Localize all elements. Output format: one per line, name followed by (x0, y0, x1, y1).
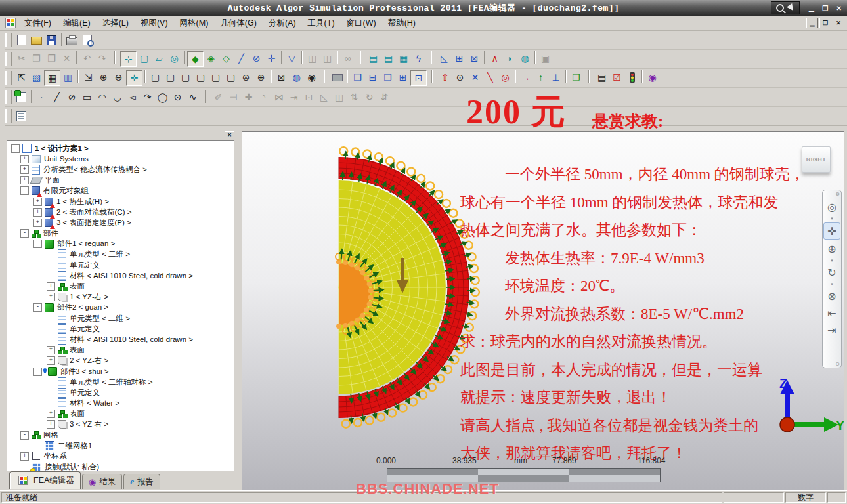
toolbar-button[interactable] (588, 70, 590, 83)
pan-hand-icon[interactable]: ✛ (823, 222, 840, 240)
tree-expander[interactable]: + (20, 176, 29, 184)
rotate-entities-icon[interactable]: ↻ (362, 90, 377, 104)
render-shaded-icon[interactable]: ❐ (380, 70, 395, 85)
tree-part2-yz-right[interactable]: + 2 < YZ-右 > (9, 356, 234, 366)
chain-select-icon[interactable]: ∞ (340, 51, 355, 66)
zoom-extents-icon[interactable]: ⇲ (81, 70, 96, 85)
cut-icon[interactable]: ✂ (14, 51, 29, 66)
tree-part1-material[interactable]: 材料 < AISI 1010 Steel, cold drawn > (9, 270, 234, 281)
menu-file[interactable]: 文件(F) (18, 16, 57, 30)
panel-close-icon[interactable]: ✕ (225, 131, 234, 140)
draw-arc-icon[interactable]: ◠ (95, 90, 110, 104)
toolbar-button[interactable] (515, 70, 516, 83)
view-front-icon[interactable]: ▢ (148, 70, 163, 85)
minimize-button[interactable]: ▁ (806, 3, 817, 13)
nav-caret-icon[interactable]: ▾ (824, 216, 840, 221)
materials-library-icon[interactable]: ◉ (645, 70, 660, 85)
select-line-icon[interactable]: ╱ (234, 51, 249, 66)
tree-expander[interactable]: - (33, 240, 42, 248)
doc-minimize-button[interactable]: ▁ (806, 18, 818, 28)
tree-part3-material[interactable]: 材料 < Water > (9, 398, 234, 409)
tree-expander[interactable]: + (33, 208, 42, 217)
tree-expander[interactable]: + (47, 356, 55, 365)
normal-up-icon[interactable]: ⇧ (437, 70, 452, 85)
menu-select[interactable]: 选择(L) (97, 16, 135, 30)
selection-filter-icon[interactable]: ▽ (284, 51, 299, 66)
tree-expander[interactable]: + (33, 219, 42, 227)
redo-icon[interactable]: ↷ (95, 51, 110, 66)
tree-part2-element-type[interactable]: 单元类型 < 二维 > (9, 313, 234, 324)
tree-expander[interactable]: + (47, 293, 55, 301)
menu-geometry[interactable]: 几何体(G) (214, 16, 263, 30)
sphere-mesh-icon[interactable]: ◍ (517, 51, 532, 66)
toolbar-button[interactable] (205, 90, 206, 103)
tree-contact[interactable]: 接触(默认: 粘合) (9, 462, 234, 471)
target-icon[interactable]: ◎ (498, 70, 513, 85)
draw-point-icon[interactable]: ∙ (34, 90, 49, 104)
tree-expander[interactable]: + (47, 410, 55, 418)
toolbar-grip[interactable] (5, 52, 12, 66)
trim-icon[interactable]: ╲ (483, 70, 498, 85)
tree-expander[interactable]: + (20, 452, 29, 461)
toolbar-button[interactable] (281, 51, 282, 64)
draw-link-icon[interactable]: ⊘ (64, 90, 79, 104)
doc-export-icon[interactable]: ▤ (381, 51, 396, 66)
select-surface-icon[interactable]: ◈ (204, 51, 219, 66)
intersect-icon[interactable]: ⋈ (271, 90, 286, 104)
tree-fea-object-group[interactable]: - 有限元对象组 (9, 186, 234, 196)
scale-entities-icon[interactable]: ⇵ (377, 90, 392, 104)
tree-coordinate-systems[interactable]: + 坐标系 (9, 451, 234, 461)
tree-part2-element-def[interactable]: 单元定义 (9, 324, 234, 334)
tree-plane[interactable]: + 平面 (9, 175, 234, 186)
fit-window-icon[interactable]: ⊠ (274, 70, 289, 85)
copy-mesh-icon[interactable]: ❐ (569, 70, 584, 85)
select-point-icon[interactable]: ⊹ (120, 51, 137, 67)
draw-ellipse-icon[interactable]: ⊙ (170, 90, 185, 104)
tree-design-scenario-1[interactable]: - 1 < 设计方案1 > (9, 143, 234, 154)
perpendicular-icon[interactable]: ⊥ (548, 70, 563, 85)
tree-part1-element-type[interactable]: 单元类型 < 二维 > (9, 249, 234, 260)
grid-toggle-icon[interactable]: ▦ (44, 70, 60, 86)
toolbar-button[interactable] (324, 70, 325, 83)
toolbar-button[interactable] (31, 90, 32, 103)
render-grid-icon[interactable]: ⊞ (395, 70, 410, 85)
draw-rect-icon[interactable]: ▭ (79, 90, 95, 104)
menu-analysis[interactable]: 分析(A) (263, 16, 302, 30)
menu-tools[interactable]: 工具(T) (302, 16, 341, 30)
navbar-close-icon[interactable]: ⊗ (835, 191, 840, 197)
draw-arc3pt-icon[interactable]: ◡ (110, 90, 125, 104)
toolbar-button[interactable] (271, 70, 272, 83)
select-polygon-icon[interactable]: ▱ (152, 51, 167, 66)
next-view-icon[interactable]: ⇥ (824, 322, 840, 338)
toolbar-button[interactable] (144, 70, 146, 83)
menu-mesh[interactable]: 网格(M) (174, 16, 215, 30)
render-mesh-icon[interactable]: ⊟ (365, 70, 380, 85)
shading-icon[interactable]: ▥ (60, 70, 76, 85)
pan-icon[interactable]: ✛ (126, 70, 142, 86)
nav-caret3-icon[interactable]: ▾ (824, 282, 840, 287)
title-bar[interactable]: Autodesk Algor Simulation Professional 2… (0, 0, 847, 16)
tree-fea-2-surface-convection[interactable]: + 2 < 表面对流载荷(C) > (9, 207, 234, 217)
draw-circle-icon[interactable]: ◯ (155, 90, 170, 104)
view-back-icon[interactable]: ▢ (163, 70, 178, 85)
toolbar-button[interactable] (360, 51, 361, 64)
mirror-copy-icon[interactable]: ◫ (320, 51, 335, 66)
select-wireframe-icon[interactable]: ◇ (219, 51, 234, 66)
break-lines-icon[interactable]: ✕ (467, 70, 483, 85)
view-perspective-icon[interactable]: ⊕ (253, 70, 269, 85)
toolbar-button[interactable] (77, 70, 79, 83)
tree-fea-1-heat-generation[interactable]: + 1 < 热生成(H) > (9, 196, 234, 207)
find-binoculars-icon[interactable]: ◉ (304, 70, 319, 85)
toolbar-button[interactable] (184, 51, 185, 64)
sketch-notebook-icon[interactable] (14, 90, 29, 104)
offset-icon[interactable]: ⊡ (301, 90, 316, 104)
view-left-icon[interactable]: ▢ (208, 70, 223, 85)
toolbar-button[interactable] (114, 51, 116, 64)
steering-wheel-icon[interactable]: ◎ (824, 199, 840, 215)
analysis-status-icon[interactable] (624, 70, 640, 85)
toolbar-button[interactable] (76, 51, 77, 64)
tree-fea-3-surface-velocity[interactable]: + 3 < 表面指定速度(P) > (9, 217, 234, 228)
tree-part1[interactable]: - 部件1 < reguan > (9, 239, 234, 249)
toolbar-button[interactable] (431, 70, 433, 83)
previous-view-icon[interactable]: ⇤ (824, 305, 840, 321)
